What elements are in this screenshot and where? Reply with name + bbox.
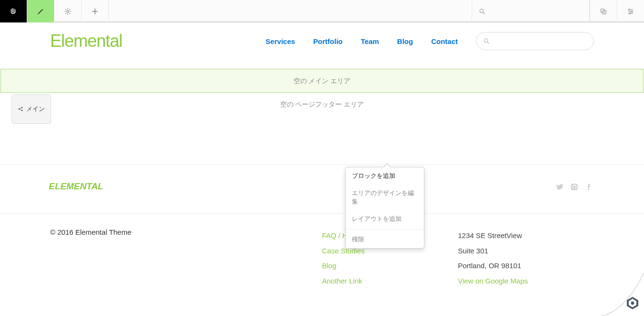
main-area-label: 空の メイン エリア	[294, 77, 351, 85]
gear-icon	[64, 8, 72, 15]
svg-rect-0	[9, 7, 18, 15]
svg-point-1	[67, 10, 69, 12]
footer-logo: ELEMENTAL	[49, 182, 103, 192]
svg-line-10	[487, 42, 489, 44]
add-content-button[interactable]	[82, 0, 109, 22]
settings-button[interactable]	[54, 0, 82, 22]
concrete5-logo-button[interactable]	[0, 0, 27, 22]
facebook-icon[interactable]	[585, 183, 594, 191]
menu-add-layout[interactable]: レイアウトを追加	[346, 210, 424, 228]
footer-link-blog[interactable]: Blog	[322, 258, 458, 273]
addr-line-2: Suite 301	[458, 243, 594, 259]
sliders-icon	[627, 8, 634, 15]
svg-point-6	[629, 9, 630, 10]
edit-mode-button[interactable]	[27, 0, 54, 22]
site-header: Elemental Services Portfolio Team Blog C…	[0, 22, 644, 57]
footer-link-another[interactable]: Another Link	[322, 273, 458, 289]
nav-portfolio[interactable]: Portfolio	[313, 37, 343, 45]
site-search[interactable]	[476, 32, 594, 50]
nav-team[interactable]: Team	[361, 37, 379, 45]
svg-rect-14	[571, 184, 578, 190]
search-icon	[479, 8, 486, 15]
site-logo[interactable]: Elemental	[50, 31, 122, 51]
menu-add-block[interactable]: ブロックを追加	[346, 167, 424, 185]
nav-contact[interactable]: Contact	[431, 37, 458, 45]
nav-blog[interactable]: Blog	[397, 37, 413, 45]
page-footer-area[interactable]: 空の ページフッター エリア	[0, 93, 644, 117]
addr-line-3: Portland, OR 98101	[458, 258, 594, 273]
admin-search[interactable]	[472, 0, 590, 22]
svg-point-8	[629, 12, 631, 14]
search-icon	[483, 38, 490, 44]
plus-icon	[91, 8, 99, 15]
menu-permissions[interactable]: 権限	[346, 231, 424, 248]
sitemap-button[interactable]	[590, 0, 617, 22]
svg-line-3	[483, 12, 485, 14]
github-icon[interactable]	[570, 183, 579, 191]
social-icons	[555, 183, 594, 191]
copyright: © 2016 Elemental Theme	[50, 228, 186, 288]
toolbar-spacer	[109, 0, 472, 22]
hand-icon	[8, 6, 19, 17]
main-area[interactable]: 空の メイン エリア メイン	[0, 69, 644, 93]
area-context-menu: ブロックを追加 エリアのデザインを編集 レイアウトを追加 権限	[345, 167, 424, 249]
footer-columns: © 2016 Elemental Theme FAQ / Help Case S…	[0, 213, 644, 316]
dashboard-button[interactable]	[617, 0, 644, 22]
footer-map-link[interactable]: View on Google Maps	[458, 277, 528, 285]
menu-separator	[346, 229, 424, 229]
footer-address: 1234 SE StreetView Suite 301 Portland, O…	[458, 228, 594, 288]
pencil-icon	[37, 8, 44, 15]
footer-top: ELEMENTAL	[0, 164, 644, 213]
addr-line-1: 1234 SE StreetView	[458, 228, 594, 243]
edit-zone: 空の メイン エリア メイン 空の ページフッター エリア ブロックを追加 エリ…	[0, 69, 644, 117]
main-nav: Services Portfolio Team Blog Contact	[265, 37, 458, 45]
svg-point-7	[631, 11, 633, 12]
copy-icon	[600, 8, 607, 15]
twitter-icon[interactable]	[555, 183, 563, 191]
page-footer-area-label: 空の ページフッター エリア	[280, 100, 364, 108]
menu-edit-design[interactable]: エリアのデザインを編集	[346, 185, 424, 210]
admin-toolbar	[0, 0, 644, 22]
nav-services[interactable]: Services	[265, 37, 295, 45]
